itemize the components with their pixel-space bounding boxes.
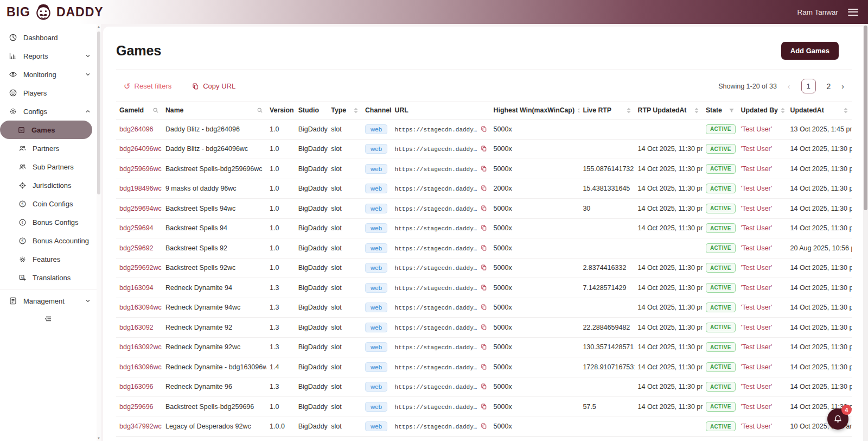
notifications-button[interactable]: 4 bbox=[827, 408, 848, 430]
sidebar-scrollbar[interactable]: ▲ ▼ bbox=[97, 24, 101, 441]
game-id-link[interactable]: bdg259696 bbox=[116, 397, 162, 417]
sidebar-item-features[interactable]: Features bbox=[0, 250, 97, 268]
sidebar-item-sub-partners[interactable]: Sub Partners bbox=[0, 158, 97, 176]
highest-win-cell: 5000x bbox=[490, 417, 580, 437]
search-icon[interactable] bbox=[152, 107, 159, 114]
version-cell: 1.0 bbox=[266, 397, 295, 417]
channel-badge: web bbox=[365, 362, 387, 372]
sort-icon[interactable] bbox=[577, 107, 579, 114]
copy-url-icon[interactable] bbox=[481, 185, 487, 192]
game-id-link[interactable]: bdg259694 bbox=[116, 218, 162, 238]
sidebar-item-monitoring[interactable]: Monitoring bbox=[0, 65, 97, 84]
copy-url-icon[interactable] bbox=[481, 244, 487, 251]
sort-icon[interactable] bbox=[694, 107, 699, 114]
copy-url-icon[interactable] bbox=[481, 125, 487, 133]
add-games-button[interactable]: Add Games bbox=[781, 42, 839, 60]
copy-url-icon[interactable] bbox=[481, 324, 487, 331]
sidebar-item-management[interactable]: Management bbox=[0, 292, 97, 310]
version-cell: 1.0 bbox=[266, 159, 295, 179]
sidebar-item-reports[interactable]: Reports bbox=[0, 47, 97, 65]
state-badge: ACTIVE bbox=[706, 223, 736, 233]
game-id-link[interactable]: bdg163094 bbox=[116, 278, 162, 298]
page-scroll-thumb[interactable] bbox=[864, 26, 867, 210]
updated-at-cell: 14 Oct 2025, 11:30 pm bbox=[787, 337, 852, 357]
chevron-up-icon bbox=[85, 108, 91, 115]
game-id-link[interactable]: bdg163096wc bbox=[116, 357, 162, 377]
studio-cell: BigDaddy bbox=[295, 179, 328, 199]
copy-url-icon[interactable] bbox=[481, 423, 487, 430]
game-id-link[interactable]: bdg163096 bbox=[116, 377, 162, 397]
rtp-updated-cell: 14 Oct 2025, 11:30 pm bbox=[635, 179, 703, 199]
sort-icon[interactable] bbox=[843, 107, 848, 114]
daddy-face-icon bbox=[34, 2, 53, 22]
sidebar-scroll-thumb[interactable] bbox=[97, 32, 100, 194]
game-id-link[interactable]: bdg264096wc bbox=[116, 139, 162, 159]
game-id-link[interactable]: bdg264096 bbox=[116, 119, 162, 140]
copy-url-icon[interactable] bbox=[481, 284, 487, 291]
copy-url-icon[interactable] bbox=[481, 304, 487, 311]
filter-icon[interactable] bbox=[729, 108, 735, 114]
sort-icon[interactable] bbox=[626, 107, 631, 114]
copy-url-icon[interactable] bbox=[481, 343, 487, 350]
url-text: https://stagecdn.daddy… bbox=[395, 166, 477, 173]
sidebar-item-jurisdictions[interactable]: Jurisdictions bbox=[0, 176, 97, 194]
sidebar-item-players[interactable]: Players bbox=[0, 84, 97, 102]
game-name-cell: Backstreet Spells 92wc bbox=[162, 258, 266, 278]
pagination-next[interactable]: › bbox=[841, 82, 844, 91]
sidebar-item-translations[interactable]: A Translations bbox=[0, 268, 97, 287]
pagination-prev[interactable]: ‹ bbox=[788, 82, 790, 91]
sidebar-item-partners[interactable]: Partners bbox=[0, 139, 97, 158]
copy-url-icon[interactable] bbox=[481, 383, 487, 390]
game-id-link[interactable]: bdg259692 bbox=[116, 238, 162, 259]
showing-results-text: Showing 1-20 of 33 bbox=[718, 83, 777, 90]
game-id-link[interactable]: bdg198496wc bbox=[116, 179, 162, 199]
copy-url-icon[interactable] bbox=[481, 165, 487, 172]
sort-icon[interactable] bbox=[780, 107, 786, 114]
copy-url-link[interactable]: Copy URL bbox=[192, 82, 235, 90]
updated-at-cell: 14 Oct 2025, 11:30 pm bbox=[787, 199, 852, 219]
channel-badge: web bbox=[365, 144, 387, 154]
search-icon[interactable] bbox=[257, 107, 263, 114]
sidebar-item-bonus-configs[interactable]: ¢ Bonus Configs bbox=[0, 213, 97, 231]
sort-icon[interactable] bbox=[353, 107, 359, 114]
scroll-down-arrow[interactable]: ▼ bbox=[97, 437, 101, 440]
sidebar-item-bonus-accounting[interactable]: € Bonus Accounting bbox=[0, 231, 97, 250]
sidebar-item-games[interactable]: Games bbox=[0, 121, 92, 139]
scroll-up-arrow[interactable]: ▲ bbox=[97, 25, 101, 28]
game-id-link[interactable]: bdg259692wc bbox=[116, 258, 162, 278]
game-id-link[interactable]: bdg163092 bbox=[116, 318, 162, 338]
sidebar-item-configs[interactable]: Configs bbox=[0, 102, 97, 121]
chevron-down-icon bbox=[85, 298, 91, 304]
copy-url-icon[interactable] bbox=[481, 403, 487, 410]
studio-cell: BigDaddy bbox=[295, 318, 328, 338]
svg-text:€: € bbox=[22, 201, 24, 205]
sidebar-item-dashboard[interactable]: Dashboard bbox=[0, 28, 97, 47]
version-cell: 1.0 bbox=[266, 238, 295, 259]
topbar: BIG DADDY Ram Tanwar bbox=[0, 0, 868, 24]
hamburger-icon[interactable] bbox=[848, 9, 858, 16]
game-id-link[interactable]: bdg259694wc bbox=[116, 199, 162, 219]
copy-url-icon[interactable] bbox=[481, 363, 487, 370]
type-cell: slot bbox=[328, 199, 362, 219]
copy-url-icon[interactable] bbox=[481, 145, 487, 152]
game-id-link[interactable]: bdg163094wc bbox=[116, 298, 162, 318]
channel-badge: web bbox=[365, 243, 387, 253]
game-id-link[interactable]: bdg259696wc bbox=[116, 159, 162, 179]
copy-url-icon[interactable] bbox=[481, 224, 487, 231]
user-name[interactable]: Ram Tanwar bbox=[797, 8, 838, 16]
state-badge: ACTIVE bbox=[706, 164, 736, 174]
copy-url-icon[interactable] bbox=[481, 205, 487, 212]
pagination-page-1[interactable]: 1 bbox=[801, 79, 816, 93]
copy-url-icon[interactable] bbox=[481, 264, 487, 271]
page-scrollbar[interactable] bbox=[863, 24, 868, 441]
sidebar-item-coin-configs[interactable]: € Coin Configs bbox=[0, 194, 97, 213]
updated-at-cell: 14 Oct 2025, 11:30 pm bbox=[787, 318, 852, 338]
game-id-link[interactable]: bdg347992wc bbox=[116, 417, 162, 437]
rtp-updated-cell: 14 Oct 2025, 11:30 pm bbox=[635, 218, 703, 238]
game-id-link[interactable]: bdg163092wc bbox=[116, 337, 162, 357]
reset-filters-link[interactable]: ↺ Reset filters bbox=[124, 81, 171, 91]
sidebar-collapse-icon[interactable] bbox=[44, 314, 53, 323]
sub-partners-icon bbox=[18, 163, 27, 171]
brand-word-big: BIG bbox=[7, 5, 30, 20]
pagination-page-2[interactable]: 2 bbox=[827, 82, 831, 91]
